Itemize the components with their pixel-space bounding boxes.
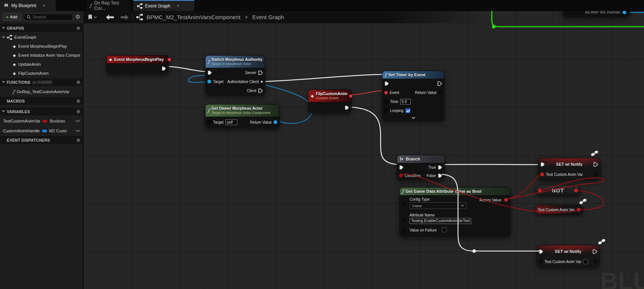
node-set-notify-1[interactable]: SET w/ Notify Test Custom Anim Var [538,158,600,180]
node-getter-test-custom-anim-var[interactable]: Test Custom Anim Var [535,205,584,215]
add-button[interactable]: + Add [3,13,21,21]
collapse-triangle-icon[interactable] [2,110,5,112]
tab-event-graph[interactable]: Event Graph × [133,0,194,11]
pin-label-true: True [428,165,436,169]
section-macros[interactable]: MACROS ⊕ [0,97,83,105]
exec-in-pin[interactable] [540,162,545,167]
attribute-name-field[interactable]: Testing.EnableCustomAnimVarTest [410,218,471,224]
config-type-pin[interactable] [402,202,406,206]
section-variables[interactable]: VARIABLES ⊕ [0,107,83,115]
section-label: VARIABLES [7,109,30,114]
value-in-pin[interactable] [539,260,543,263]
target-pin[interactable] [207,80,211,83]
collapse-triangle-icon[interactable] [2,81,5,83]
sidebar-item-variable-customanimhandle[interactable]: CustomAnimHandle M2 Custo [0,127,83,135]
time-value-field[interactable]: 5.0 [400,99,411,104]
exec-in-pin[interactable] [384,81,389,86]
event-icon: ◈ [13,53,16,58]
return-value-pin[interactable] [504,198,508,202]
node-branch[interactable]: Branch True Condition False [397,155,445,180]
exec-out-pin[interactable] [593,162,598,167]
eye-closed-icon[interactable] [75,120,80,123]
section-graphs[interactable]: GRAPHS ⊕ [0,24,83,32]
search-box[interactable] [23,14,73,21]
collapse-triangle-icon[interactable] [2,27,5,29]
add-graph-button[interactable]: ⊕ [76,26,80,30]
expand-chevron-icon[interactable] [411,117,416,119]
gear-icon[interactable]: ⚙ [76,14,80,20]
add-dispatcher-button[interactable]: ⊕ [76,138,80,142]
section-event-dispatchers[interactable]: EVENT DISPATCHERS ⊕ [0,136,83,144]
value-checkbox[interactable] [583,259,588,264]
node-set-notify-2[interactable]: SET w/ Notify Test Custom Anim Var [537,245,600,267]
pin-label-target: Target [213,80,224,84]
sidebar-item-flipcustomanim[interactable]: ◈ FlipCustomAnim [0,69,83,77]
add-macro-button[interactable]: ⊕ [76,98,80,103]
node-title: Switch Morpheus Authority [211,57,262,62]
value-out-pin[interactable] [594,172,598,176]
exec-out-pin[interactable] [162,66,166,71]
node-get-owner-morpheus-actor[interactable]: ƒ Get Owner Morpheus Actor Target is Mor… [205,104,280,128]
plus-icon: + [6,14,9,20]
add-function-button[interactable]: ⊕ [76,80,80,85]
exec-in-pin[interactable] [207,70,212,75]
as-abp-out-pin[interactable] [623,11,626,14]
not-out-pin[interactable] [574,189,578,192]
close-icon[interactable]: × [43,3,45,8]
exec-out-false-pin[interactable] [438,173,443,178]
return-value-pin[interactable] [274,120,277,124]
breadcrumb-root[interactable]: BPMC_M2_TestAnimVarsComponent [147,14,240,20]
target-pin[interactable] [207,120,211,124]
sidebar-item-eventgraph[interactable]: EventGraph [0,33,83,41]
exec-out-pin[interactable] [345,105,349,110]
close-icon[interactable]: × [177,3,179,9]
tab-my-blueprint[interactable]: My Blueprint × [0,0,56,11]
looping-checkbox[interactable] [405,108,410,113]
tab-on-rep-test[interactable]: ƒ On Rep Test Cus... [86,0,131,11]
sidebar-item-event-initialize-anim-vars[interactable]: ◈ Event Initialize Anim Vars Compor [0,51,83,59]
delegate-pin[interactable] [168,58,171,61]
exec-in-pin[interactable] [399,165,404,170]
node-get-game-data-attribute[interactable]: ƒ Get Game Data Attribute Value as Bool … [399,187,511,236]
node-subtitle: Target is Morpheus Actor Component [211,111,270,115]
node-subtitle: Target is Morpheus Actor [211,62,262,66]
looping-pin[interactable] [384,109,388,112]
variable-type: M2 Custo [49,129,67,133]
section-functions[interactable]: FUNCTIONS (4 OVERRI ⊕ [0,78,83,86]
exec-out-authclient-pin[interactable] [261,79,263,84]
value-on-failure-pin[interactable] [402,229,406,233]
node-flip-custom-anim[interactable]: ◈ FlipCustomAnim Custom Event [308,89,352,113]
sidebar-item-updateanim[interactable]: ◈ UpdateAnim [0,60,83,68]
sidebar-item-event-morpheus-begin-play[interactable]: ◈ Event MorpheusBeginPlay [0,42,83,50]
node-switch-morpheus-authority[interactable]: ƒ Switch Morpheus Authority Target is Mo… [205,55,265,95]
exec-out-pin[interactable] [437,81,442,86]
add-variable-button[interactable]: ⊕ [76,109,80,114]
back-button[interactable] [106,15,114,20]
return-value-pin[interactable] [438,91,442,94]
sidebar-item-variable-testcustomanimvar[interactable]: TestCustomAnimVar Boolean [0,117,83,125]
exec-out-true-pin[interactable] [438,165,443,170]
event-icon: ◈ [109,57,112,62]
sidebar-item-onrep-testcustomanimvar[interactable]: ƒ OnRep_TestCustomAnimVar [0,88,83,96]
section-label: GRAPHS [7,26,24,30]
event-delegate-pin[interactable] [384,91,388,94]
collapse-triangle-icon[interactable] [2,36,5,38]
forward-button[interactable] [120,15,128,20]
target-value-field[interactable]: self [225,120,237,125]
node-set-timer-by-event[interactable]: ƒ Set Timer by Event Event Return Value … [382,71,444,121]
exec-out-pin[interactable] [593,249,597,254]
attribute-name-pin[interactable] [402,219,406,222]
breadcrumb-current[interactable]: Event Graph [252,14,284,20]
exec-out-client-pin[interactable] [258,88,263,93]
search-input[interactable] [33,15,65,19]
toolbar-divider [132,14,133,21]
node-event-morpheus-begin-play[interactable]: ◈ Event MorpheusBeginPlay [106,55,169,74]
bookmark-button[interactable] [88,14,97,20]
value-out-pin[interactable] [594,260,597,263]
time-pin[interactable] [384,100,388,103]
delegate-pin[interactable] [349,94,352,98]
exec-out-server-pin[interactable] [258,70,263,75]
value-on-failure-checkbox[interactable] [442,227,447,232]
section-suffix: (4 OVERRI [32,80,52,85]
eye-closed-icon[interactable] [75,129,80,132]
